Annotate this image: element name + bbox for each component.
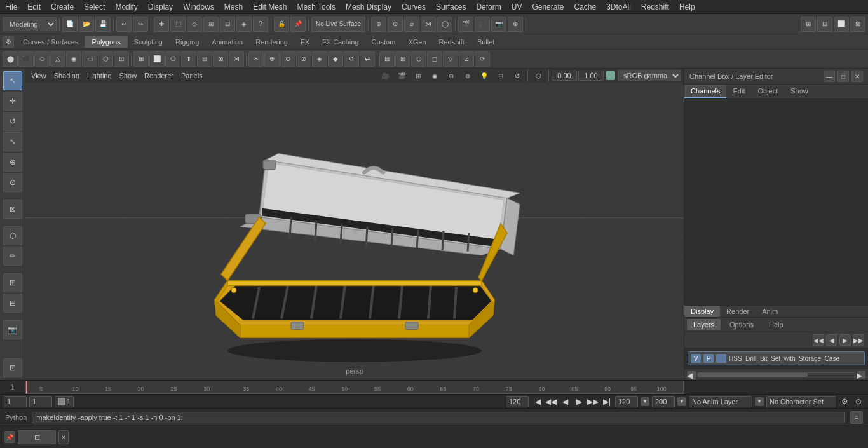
- layer-color-swatch[interactable]: [716, 354, 726, 363]
- display-layers-btn[interactable]: ⊡: [3, 358, 22, 377]
- bevel-btn[interactable]: ⎔: [165, 51, 180, 67]
- script-editor-btn[interactable]: ⊡: [18, 430, 56, 444]
- conform-btn[interactable]: ⟳: [475, 51, 490, 67]
- char-set-btn1[interactable]: ⚙: [839, 396, 850, 407]
- panel-maximize[interactable]: □: [837, 71, 849, 82]
- menu-deform[interactable]: Deform: [471, 1, 506, 13]
- tab-animation[interactable]: Animation: [205, 36, 249, 48]
- menu-redshift[interactable]: Redshift: [636, 1, 674, 13]
- layer-scrollbar[interactable]: ◀ ▶: [684, 369, 868, 380]
- tab-show[interactable]: Show: [784, 85, 815, 98]
- tab-fx[interactable]: FX: [294, 36, 316, 48]
- vp-renderer[interactable]: Renderer: [141, 71, 177, 80]
- paint-tool[interactable]: ◇: [187, 17, 202, 32]
- cube-btn[interactable]: ⬛: [18, 51, 34, 67]
- time-cursor[interactable]: [26, 381, 27, 393]
- menu-select[interactable]: Select: [79, 1, 110, 13]
- tab-curves[interactable]: Curves / Surfaces: [17, 36, 85, 48]
- panel-minimize[interactable]: —: [824, 71, 835, 82]
- paint-sel-btn[interactable]: ✏: [3, 247, 22, 266]
- menu-surfaces[interactable]: Surfaces: [431, 1, 471, 13]
- tab-xgen[interactable]: XGen: [402, 36, 432, 48]
- layer-item[interactable]: V P HSS_Drill_Bit_Set_with_Storage_Case: [688, 351, 865, 365]
- snap-curve-btn[interactable]: ⊟: [3, 294, 22, 313]
- vp-icon-shading2[interactable]: ⊙: [444, 69, 459, 83]
- soft-tool[interactable]: ?: [253, 17, 268, 32]
- wedge-btn[interactable]: ◈: [312, 51, 327, 67]
- tab-bullet[interactable]: Bullet: [471, 36, 501, 48]
- scale-btn[interactable]: ⤡: [3, 132, 22, 151]
- pin-win-btn[interactable]: 📌: [4, 431, 15, 443]
- cmd-options-btn[interactable]: ≡: [850, 411, 863, 424]
- field-arrow[interactable]: ▼: [641, 397, 649, 406]
- scroll-right[interactable]: ▶: [857, 371, 865, 379]
- pipe-btn[interactable]: ⊡: [114, 51, 129, 67]
- spinEdge-btn[interactable]: ↺: [344, 51, 359, 67]
- frame-end-field[interactable]: 120: [506, 396, 529, 407]
- tab-display[interactable]: Display: [684, 306, 720, 317]
- menu-help[interactable]: Help: [674, 1, 700, 13]
- tab-custom[interactable]: Custom: [365, 36, 402, 48]
- tab-sculpting[interactable]: Sculpting: [128, 36, 169, 48]
- snap2[interactable]: ⊙: [388, 17, 403, 32]
- layout1[interactable]: ⊞: [801, 17, 816, 32]
- render3[interactable]: 📷: [491, 17, 506, 32]
- frame-field-2[interactable]: 1: [29, 396, 52, 407]
- vp-icon-light[interactable]: 💡: [477, 69, 492, 83]
- bridge-btn[interactable]: ⊟: [197, 51, 212, 67]
- camera-btn[interactable]: 📷: [3, 320, 22, 339]
- cylinder-btn[interactable]: ⬭: [34, 51, 50, 67]
- tab-help[interactable]: Help: [763, 319, 790, 330]
- menu-uv[interactable]: UV: [506, 1, 527, 13]
- select-tool[interactable]: ✚: [154, 17, 169, 32]
- pin-btn[interactable]: 📌: [290, 17, 306, 32]
- snap3[interactable]: ⌀: [404, 17, 419, 32]
- softmod-btn[interactable]: ⊙: [3, 173, 22, 192]
- extrude-btn[interactable]: ⬆: [181, 51, 196, 67]
- undo-btn[interactable]: ↩: [116, 17, 132, 32]
- play-start-btn[interactable]: |◀: [531, 396, 543, 407]
- tab-layers[interactable]: Layers: [687, 319, 721, 330]
- menu-display[interactable]: Display: [143, 1, 178, 13]
- move-btn[interactable]: ✛: [3, 92, 22, 111]
- insert-btn[interactable]: ⊕: [264, 51, 280, 67]
- menu-mesh-tools[interactable]: Mesh Tools: [292, 1, 341, 13]
- step-fwd-btn[interactable]: ▶▶: [587, 396, 599, 407]
- snap1[interactable]: ⊕: [371, 17, 386, 32]
- merge-btn[interactable]: ⋈: [229, 51, 244, 67]
- mode-dropdown[interactable]: Modeling Rigging Animation FX Rendering: [3, 17, 57, 31]
- menu-curves[interactable]: Curves: [397, 1, 431, 13]
- vp-shading[interactable]: Shading: [51, 71, 83, 80]
- layer-v-toggle[interactable]: V: [691, 354, 701, 363]
- char-set-field[interactable]: No Character Set: [766, 396, 836, 407]
- cleanup-btn[interactable]: ◻: [427, 51, 442, 67]
- cut-btn[interactable]: ✂: [248, 51, 264, 67]
- vp-panels[interactable]: Panels: [178, 71, 206, 80]
- tab-object[interactable]: Object: [751, 85, 784, 98]
- time-ruler[interactable]: 5 10 15 20 25 30 35 40 45 50 55 60 65 70…: [25, 381, 684, 394]
- tab-render[interactable]: Render: [720, 306, 756, 317]
- char-set-btn2[interactable]: ⊙: [853, 396, 864, 407]
- disk-btn[interactable]: ⬡: [98, 51, 113, 67]
- separate-btn[interactable]: ⬡: [411, 51, 426, 67]
- flip-btn[interactable]: ⇄: [360, 51, 375, 67]
- tab-redshift[interactable]: Redshift: [433, 36, 471, 48]
- snap-grid-btn[interactable]: ⊞: [3, 273, 22, 292]
- panel-close[interactable]: ✕: [851, 71, 863, 82]
- layer-p-toggle[interactable]: P: [703, 354, 714, 363]
- retopo-btn[interactable]: ⊿: [459, 51, 474, 67]
- menu-edit[interactable]: Edit: [22, 1, 46, 13]
- reduce-btn[interactable]: ▽: [443, 51, 458, 67]
- render4[interactable]: ⊛: [508, 17, 523, 32]
- command-input[interactable]: [32, 412, 845, 423]
- save-file-btn[interactable]: 💾: [95, 17, 111, 32]
- open-file-btn[interactable]: 📂: [79, 17, 94, 32]
- show-manip-btn[interactable]: ⊠: [3, 200, 22, 219]
- vp-icon-grid[interactable]: ⊞: [410, 69, 426, 83]
- layout3[interactable]: ⬜: [834, 17, 849, 32]
- menu-mesh-display[interactable]: Mesh Display: [341, 1, 397, 13]
- vp-icon-shadow[interactable]: ⊟: [493, 69, 508, 83]
- snap4[interactable]: ⋈: [421, 17, 436, 32]
- layer-btn4[interactable]: ▶▶: [853, 334, 864, 346]
- offset-btn[interactable]: ⊙: [280, 51, 295, 67]
